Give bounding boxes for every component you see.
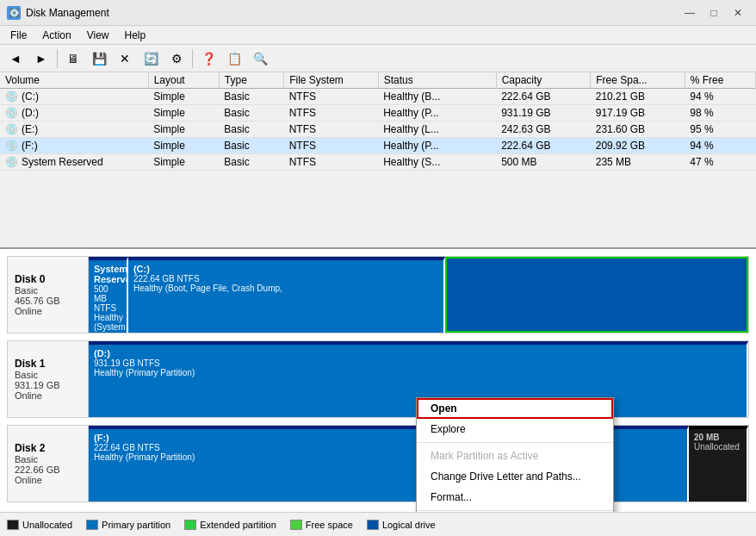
cell-volume: 💿System Reserved xyxy=(0,154,148,171)
legend-unalloc-label: Unallocated xyxy=(22,520,72,530)
cell-pct: 94 % xyxy=(685,89,755,105)
col-volume[interactable]: Volume xyxy=(0,72,148,89)
context-menu: Open Explore Mark Partition as Active Ch… xyxy=(416,397,614,512)
legend-unallocated: Unallocated xyxy=(7,520,72,530)
toolbar-save[interactable]: 💾 xyxy=(87,47,111,70)
cell-filesystem: NTFS xyxy=(284,89,379,105)
cell-filesystem: NTFS xyxy=(284,154,379,171)
cell-free: 917.19 GB xyxy=(591,105,685,122)
cell-capacity: 931.19 GB xyxy=(496,105,591,122)
cell-status: Healthy (S... xyxy=(378,154,496,171)
cell-status: Healthy (L... xyxy=(378,122,496,138)
disk-0-partition-c[interactable]: (C:) 222.64 GB NTFS Healthy (Boot, Page … xyxy=(128,257,445,333)
cell-pct: 98 % xyxy=(685,105,755,122)
cell-type: Basic xyxy=(219,105,283,122)
toolbar-extra1[interactable]: 📋 xyxy=(222,47,246,70)
menu-action[interactable]: Action xyxy=(35,28,77,43)
cell-status: Healthy (B... xyxy=(378,89,496,105)
toolbar-extra2[interactable]: 🔍 xyxy=(248,47,272,70)
cell-layout: Simple xyxy=(148,154,219,171)
legend-primary: Primary partition xyxy=(86,520,170,530)
legend-primary-label: Primary partition xyxy=(102,520,170,530)
legend-unalloc-box xyxy=(7,520,19,530)
toolbar-forward[interactable]: ► xyxy=(29,47,53,70)
cell-layout: Simple xyxy=(148,105,219,122)
cell-volume: 💿(D:) xyxy=(0,105,148,122)
context-menu-open[interactable]: Open xyxy=(417,398,613,419)
disk-2-size: 222.66 GB xyxy=(15,464,81,475)
disk-2-row: Disk 2 Basic 222.66 GB Online (F:) 222.6… xyxy=(7,425,749,502)
table-row[interactable]: 💿(C:) Simple Basic NTFS Healthy (B... 22… xyxy=(0,89,756,105)
cell-layout: Simple xyxy=(148,122,219,138)
context-menu-explore[interactable]: Explore xyxy=(417,419,613,439)
toolbar-settings[interactable]: ⚙ xyxy=(164,47,189,70)
window-controls: — □ ✕ xyxy=(679,4,749,22)
menu-help[interactable]: Help xyxy=(118,28,153,43)
context-menu-change-letter[interactable]: Change Drive Letter and Paths... xyxy=(417,466,613,487)
volume-table: Volume Layout Type File System Status Ca… xyxy=(0,72,756,171)
context-menu-format[interactable]: Format... xyxy=(417,487,613,508)
legend: Unallocated Primary partition Extended p… xyxy=(0,512,756,536)
toolbar-delete[interactable]: ✕ xyxy=(113,47,137,70)
maximize-button[interactable]: □ xyxy=(703,4,725,22)
legend-logical-label: Logical drive xyxy=(382,520,436,530)
cell-volume: 💿(F:) xyxy=(0,138,148,154)
menu-file[interactable]: File xyxy=(3,28,34,43)
legend-free-label: Free space xyxy=(306,520,353,530)
cell-capacity: 222.64 GB xyxy=(496,138,591,154)
close-button[interactable]: ✕ xyxy=(727,4,749,22)
menu-view[interactable]: View xyxy=(80,28,116,43)
cell-free: 231.60 GB xyxy=(591,122,685,138)
cell-type: Basic xyxy=(219,138,283,154)
menu-bar: File Action View Help xyxy=(0,26,756,45)
legend-extended-box xyxy=(184,520,196,530)
context-menu-sep-2 xyxy=(417,510,613,511)
toolbar-refresh[interactable]: 🔄 xyxy=(139,47,163,70)
cell-free: 235 MB xyxy=(591,154,685,171)
cell-pct: 94 % xyxy=(685,138,755,154)
context-menu-mark-active: Mark Partition as Active xyxy=(417,446,613,466)
minimize-button[interactable]: — xyxy=(679,4,701,22)
table-row[interactable]: 💿(F:) Simple Basic NTFS Healthy (P... 22… xyxy=(0,138,756,154)
disk-1-status: Online xyxy=(15,390,81,401)
col-type[interactable]: Type xyxy=(219,72,283,89)
table-row[interactable]: 💿System Reserved Simple Basic NTFS Healt… xyxy=(0,154,756,171)
toolbar-properties[interactable]: 🖥 xyxy=(61,47,85,70)
disk-graphical-area[interactable]: Disk 0 Basic 465.76 GB Online System Res… xyxy=(0,249,756,512)
col-layout[interactable]: Layout xyxy=(148,72,219,89)
window-title: Disk Management xyxy=(26,7,109,19)
legend-extended: Extended partition xyxy=(184,520,276,530)
cell-pct: 47 % xyxy=(685,154,755,171)
disk-0-partition-extra[interactable] xyxy=(445,257,748,333)
disk-2-partition-unalloc[interactable]: 20 MB Unallocated xyxy=(689,426,748,502)
disk-1-row: Disk 1 Basic 931.19 GB Online (D:) 931.1… xyxy=(7,340,749,418)
cell-capacity: 500 MB xyxy=(496,154,591,171)
cell-free: 209.92 GB xyxy=(591,138,685,154)
cell-filesystem: NTFS xyxy=(284,138,379,154)
disk-1-name: Disk 1 xyxy=(15,358,81,370)
toolbar-help[interactable]: ❓ xyxy=(196,47,220,70)
col-filesystem[interactable]: File System xyxy=(284,72,379,89)
legend-primary-box xyxy=(86,520,98,530)
cell-pct: 95 % xyxy=(685,122,755,138)
disk-0-partition-sysreserved[interactable]: System Reserved 500 MB NTFS Healthy (Sys… xyxy=(89,257,128,333)
table-row[interactable]: 💿(E:) Simple Basic NTFS Healthy (L... 24… xyxy=(0,122,756,138)
col-capacity[interactable]: Capacity xyxy=(496,72,591,89)
legend-free-box xyxy=(290,520,302,530)
col-status[interactable]: Status xyxy=(378,72,496,89)
cell-filesystem: NTFS xyxy=(284,122,379,138)
cell-capacity: 222.64 GB xyxy=(496,89,591,105)
toolbar-back[interactable]: ◄ xyxy=(3,47,28,70)
col-free[interactable]: Free Spa... xyxy=(591,72,685,89)
cell-status: Healthy (P... xyxy=(378,138,496,154)
cell-volume: 💿(E:) xyxy=(0,122,148,138)
disk-2-label: Disk 2 Basic 222.66 GB Online xyxy=(7,425,89,502)
legend-logical: Logical drive xyxy=(367,520,436,530)
cell-capacity: 242.63 GB xyxy=(496,122,591,138)
cell-type: Basic xyxy=(219,154,283,171)
toolbar: ◄ ► 🖥 💾 ✕ 🔄 ⚙ ❓ 📋 🔍 xyxy=(0,45,756,72)
col-pct[interactable]: % Free xyxy=(685,72,755,89)
disk-1-label: Disk 1 Basic 931.19 GB Online xyxy=(7,340,89,418)
table-row[interactable]: 💿(D:) Simple Basic NTFS Healthy (P... 93… xyxy=(0,105,756,122)
app-icon: 💽 xyxy=(7,6,21,20)
